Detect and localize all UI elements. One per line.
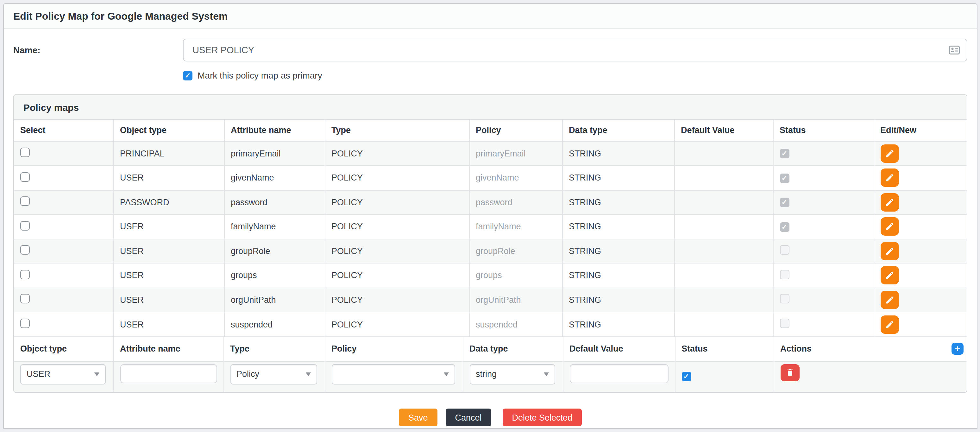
data-type-select[interactable]: string	[469, 364, 555, 384]
primary-row: Mark this policy map as primary	[183, 69, 967, 82]
object-type-select-value: USER	[27, 369, 50, 379]
table-row: USER familyName POLICY familyName STRING	[14, 214, 967, 239]
cell-object-type: PRINCIPAL	[113, 141, 224, 166]
cell-attribute-name: givenName	[224, 166, 325, 190]
new-header-attribute-name: Attribute name	[113, 337, 223, 361]
row-select-checkbox[interactable]	[20, 270, 30, 279]
cell-status	[773, 166, 873, 190]
header-attribute-name: Attribute name	[224, 120, 325, 141]
name-input[interactable]	[183, 39, 967, 61]
primary-checkbox[interactable]	[183, 71, 192, 80]
row-select-checkbox[interactable]	[20, 172, 30, 182]
cell-select	[14, 141, 113, 166]
row-status-checkbox	[780, 198, 789, 207]
cell-default-value	[674, 239, 773, 263]
table-row: PRINCIPAL primaryEmail POLICY primaryEma…	[14, 141, 967, 166]
new-header-actions: Actions +	[774, 337, 967, 361]
object-type-select[interactable]: USER	[20, 364, 105, 384]
table-row: USER suspended POLICY suspended STRING	[14, 312, 967, 336]
policy-select[interactable]	[331, 364, 455, 384]
cell-default-value	[674, 288, 773, 312]
cell-edit	[873, 312, 967, 336]
cell-data-type: STRING	[562, 263, 674, 288]
chevron-down-icon	[94, 372, 99, 376]
cell-attribute-name: primaryEmail	[224, 141, 325, 166]
panel-header: Policy maps	[14, 95, 967, 120]
header-select: Select	[14, 120, 113, 141]
cell-policy: groups	[469, 263, 562, 288]
cell-data-type: STRING	[562, 312, 674, 336]
edit-button[interactable]	[880, 144, 899, 163]
cell-object-type: USER	[113, 312, 224, 336]
row-select-checkbox[interactable]	[20, 197, 30, 206]
table-row: PASSWORD password POLICY password STRING	[14, 190, 967, 214]
cell-default-value	[674, 141, 773, 166]
delete-row-button[interactable]	[780, 364, 799, 381]
save-button[interactable]: Save	[399, 408, 438, 426]
edit-button[interactable]	[880, 218, 899, 236]
cell-select	[14, 239, 113, 263]
row-select-checkbox[interactable]	[20, 294, 30, 304]
policy-maps-table: Select Object type Attribute name Type P…	[14, 120, 967, 336]
cell-select	[14, 190, 113, 214]
cell-type: POLICY	[325, 239, 469, 263]
cell-default-value	[674, 312, 773, 336]
edit-button[interactable]	[880, 193, 899, 212]
header-object-type: Object type	[113, 120, 224, 141]
new-row-status-checkbox[interactable]	[681, 371, 691, 381]
name-row: Name:	[13, 39, 967, 61]
cell-object-type: PASSWORD	[113, 190, 224, 214]
cell-attribute-name: groupRole	[224, 239, 325, 263]
edit-button[interactable]	[880, 315, 899, 333]
edit-button[interactable]	[880, 242, 899, 260]
cell-policy: primaryEmail	[469, 141, 562, 166]
trash-icon	[785, 368, 794, 377]
cell-status	[773, 239, 873, 263]
cell-attribute-name: orgUnitPath	[224, 288, 325, 312]
cell-attribute-name: familyName	[224, 214, 325, 239]
policy-maps-panel: Policy maps Select Object type Attribute…	[13, 94, 967, 393]
cell-default-value	[674, 263, 773, 288]
pencil-icon	[885, 271, 894, 280]
edit-policy-map-card: Edit Policy Map for Google Managed Syste…	[3, 3, 977, 429]
add-row-button[interactable]: +	[951, 343, 964, 355]
delete-selected-button[interactable]: Delete Selected	[503, 408, 582, 426]
edit-button[interactable]	[880, 266, 899, 285]
row-select-checkbox[interactable]	[20, 148, 30, 158]
edit-button[interactable]	[880, 169, 899, 187]
cell-object-type: USER	[113, 166, 224, 190]
cell-data-type: STRING	[562, 141, 674, 166]
contact-card-icon	[949, 46, 960, 54]
default-value-input[interactable]	[570, 364, 668, 383]
table-header-row: Select Object type Attribute name Type P…	[14, 120, 967, 141]
row-status-checkbox	[780, 294, 789, 304]
table-row: USER groups POLICY groups STRING	[14, 263, 967, 288]
cell-status	[773, 312, 873, 336]
cell-object-type: USER	[113, 263, 224, 288]
cancel-button[interactable]: Cancel	[445, 408, 491, 426]
header-edit-new: Edit/New	[873, 120, 967, 141]
cell-default-value	[674, 190, 773, 214]
cell-type: POLICY	[325, 190, 469, 214]
cell-policy: givenName	[469, 166, 562, 190]
row-select-checkbox[interactable]	[20, 319, 30, 328]
cell-status	[773, 288, 873, 312]
cell-policy: suspended	[469, 312, 562, 336]
attribute-name-input[interactable]	[120, 364, 217, 383]
new-header-object-type: Object type	[14, 337, 113, 361]
row-select-checkbox[interactable]	[20, 221, 30, 231]
cell-data-type: STRING	[562, 214, 674, 239]
row-select-checkbox[interactable]	[20, 245, 30, 255]
cell-attribute-name: groups	[224, 263, 325, 288]
edit-button[interactable]	[880, 291, 899, 309]
cell-policy: groupRole	[469, 239, 562, 263]
table-row: USER orgUnitPath POLICY orgUnitPath STRI…	[14, 288, 967, 312]
cell-select	[14, 263, 113, 288]
table-row: USER groupRole POLICY groupRole STRING	[14, 239, 967, 263]
pencil-icon	[885, 222, 894, 231]
pencil-icon	[885, 198, 894, 207]
type-select[interactable]: Policy	[230, 364, 317, 384]
cell-select	[14, 288, 113, 312]
cell-select	[14, 214, 113, 239]
cell-policy: orgUnitPath	[469, 288, 562, 312]
